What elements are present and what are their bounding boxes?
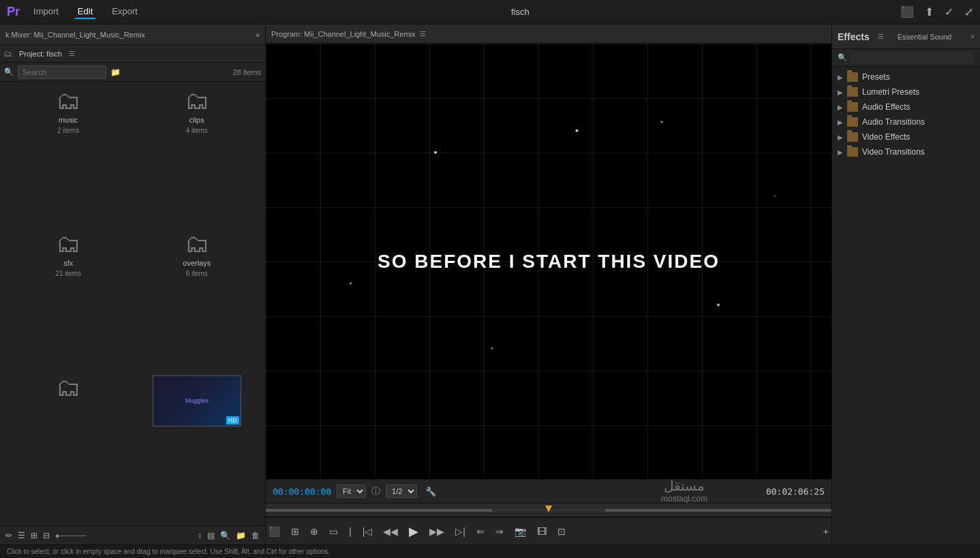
- timecode-out: 00:02:06:25: [766, 486, 825, 497]
- pencil-icon[interactable]: ✏: [5, 531, 12, 540]
- folder-audio-transitions-icon: [847, 117, 858, 127]
- step-back-button[interactable]: |◁: [360, 523, 376, 540]
- wrench-icon[interactable]: 🔧: [425, 486, 436, 497]
- new-folder-icon[interactable]: 📁: [110, 67, 121, 77]
- step-forward-button[interactable]: ▶▶: [427, 523, 447, 540]
- list-icon[interactable]: ☰: [18, 531, 25, 540]
- top-right-icons: ⬛ ⬆ ✓ ⤢: [900, 5, 973, 18]
- clip-mark-button[interactable]: ⊞: [288, 523, 302, 540]
- folder-sfx-count: 21 items: [55, 270, 81, 277]
- project-file-grid: 🗂 music 2 items 🗂 clips 4 items 🗂 sfx 21…: [0, 82, 265, 525]
- add-button[interactable]: +: [821, 523, 831, 540]
- group-icon[interactable]: ⊟: [43, 531, 50, 540]
- folder-sfx[interactable]: 🗂 sfx 21 items: [7, 232, 130, 369]
- app-logo: Pr: [7, 5, 20, 19]
- folder-music-label: music: [59, 116, 78, 124]
- status-text: Click to select, or click in empty space…: [7, 548, 330, 555]
- nav-export[interactable]: Export: [109, 5, 140, 19]
- essential-sound-tab[interactable]: Essential Sound: [898, 33, 952, 41]
- program-menu-icon[interactable]: ☰: [420, 30, 426, 37]
- left-panel-tabs: 🗂 Project: fisch ☰: [0, 45, 265, 63]
- video-controls-bar: 00:00:00:00 Fit ⓘ 1/2 🔧 00:02:06:25: [266, 479, 831, 503]
- effects-item-presets-label: Presets: [862, 72, 890, 82]
- effects-item-video-effects[interactable]: ▶ Video Effects: [832, 129, 980, 144]
- folder-music[interactable]: 🗂 music 2 items: [7, 89, 130, 226]
- main-layout: k Mixer: Mii_Channel_Light_Music_Remix »…: [0, 25, 980, 544]
- effects-menu-icon[interactable]: ☰: [878, 33, 884, 40]
- export-icon[interactable]: ⬆: [925, 5, 934, 18]
- thumb-badge: HD: [226, 416, 239, 424]
- shuttle-left-button[interactable]: ⇐: [474, 523, 487, 540]
- sort-icon[interactable]: ↕: [198, 531, 202, 540]
- effects-panel-header: Effects ☰ Essential Sound »: [832, 25, 980, 49]
- project-search-input[interactable]: [18, 65, 106, 79]
- play-button[interactable]: ▶: [406, 521, 421, 542]
- svg-point-7: [774, 196, 776, 197]
- chevron-video-transitions-icon: ▶: [838, 149, 843, 156]
- nav-import[interactable]: Import: [31, 5, 61, 19]
- new-bin-icon[interactable]: 📁: [236, 531, 246, 540]
- camera-button[interactable]: 📷: [512, 523, 529, 540]
- transport-bar: ⬛ ⊞ ⊕ ▭ | |◁ ◀◀ ▶ ▶▶ ▷| ⇐ ⇒ 📷 🎞 ⊡ +: [266, 517, 831, 544]
- effects-item-video-transitions[interactable]: ▶ Video Transitions: [832, 144, 980, 159]
- svg-marker-8: [545, 506, 552, 512]
- project-thumbnail[interactable]: Muggles HD: [136, 375, 259, 518]
- check-icon[interactable]: ✓: [945, 5, 953, 18]
- chevron-lumetri-icon: ▶: [838, 89, 843, 96]
- quality-select[interactable]: 1/2: [386, 484, 417, 498]
- skip-forward-button[interactable]: ▷|: [453, 523, 468, 540]
- svg-point-6: [491, 347, 493, 350]
- folder-extra-icon: 🗂: [56, 375, 80, 400]
- delete-icon[interactable]: 🗑: [251, 531, 260, 540]
- thumbnail-image: Muggles HD: [153, 375, 241, 427]
- slider-icon: ●─────: [55, 531, 87, 540]
- effects-item-lumetri[interactable]: ▶ Lumetri Presets: [832, 84, 980, 99]
- fullscreen-icon[interactable]: ⤢: [964, 5, 973, 18]
- folder-music-icon: 🗂: [56, 89, 80, 113]
- effects-list: ▶ Presets ▶ Lumetri Presets ▶ Audio Effe…: [832, 67, 980, 544]
- effects-title: Effects: [838, 31, 870, 42]
- folder-clips[interactable]: 🗂 clips 4 items: [136, 89, 259, 226]
- effects-item-presets[interactable]: ▶ Presets: [832, 69, 980, 84]
- expand-left-icon[interactable]: »: [256, 31, 260, 39]
- svg-point-2: [576, 129, 579, 132]
- project-tab[interactable]: Project: fisch: [19, 50, 62, 58]
- effects-search-input[interactable]: [850, 52, 975, 64]
- center-button[interactable]: ⊕: [307, 523, 321, 540]
- folder-video-transitions-icon: [847, 147, 858, 157]
- shuttle-right-button[interactable]: ⇒: [493, 523, 506, 540]
- effects-item-audio-transitions[interactable]: ▶ Audio Transitions: [832, 114, 980, 129]
- search2-icon[interactable]: 🔍: [220, 531, 230, 540]
- effects-search-bar: 🔍: [832, 49, 980, 67]
- effects-item-audio-transitions-label: Audio Transitions: [862, 117, 925, 127]
- program-scrubber[interactable]: [266, 503, 831, 517]
- project-menu-icon[interactable]: ☰: [69, 50, 75, 57]
- timecode-in: 00:00:00:00: [273, 486, 331, 497]
- project-file-icon: 🗂: [4, 49, 12, 59]
- fit-select[interactable]: Fit: [337, 484, 366, 498]
- folder-lumetri-icon: [847, 87, 858, 97]
- video-preview: SO BEFORE I START THIS VIDEO: [266, 44, 831, 479]
- panel-header-text: k Mixer: Mii_Channel_Light_Music_Remix: [5, 31, 145, 39]
- status-bar: Click to select, or click in empty space…: [0, 544, 980, 558]
- folder-sfx-icon: 🗂: [56, 232, 80, 256]
- safe-margins-button[interactable]: ▭: [326, 523, 341, 540]
- split-button[interactable]: |: [346, 523, 354, 540]
- expand-effects-icon[interactable]: »: [970, 33, 975, 40]
- compare-button[interactable]: ⊡: [555, 523, 568, 540]
- grid-icon[interactable]: ⊞: [31, 531, 37, 540]
- info-icon[interactable]: ⓘ: [371, 485, 380, 497]
- nav-edit[interactable]: Edit: [75, 5, 95, 19]
- filmstrip-button[interactable]: 🎞: [534, 523, 549, 540]
- skip-back-button[interactable]: ◀◀: [380, 523, 401, 540]
- svg-point-3: [661, 121, 663, 123]
- project-toolbar: 🔍 📁 28 items: [0, 63, 265, 82]
- chevron-audio-effects-icon: ▶: [838, 104, 843, 111]
- list-view-icon[interactable]: ▤: [207, 531, 215, 540]
- import-icon[interactable]: ⬛: [900, 5, 914, 18]
- center-panel: Program: Mii_Channel_Light_Music_Remix ☰: [266, 25, 831, 544]
- folder-overlays[interactable]: 🗂 overlays 6 items: [136, 232, 259, 369]
- mark-in-button[interactable]: ⬛: [266, 523, 283, 540]
- folder-extra[interactable]: 🗂: [7, 375, 130, 518]
- effects-item-audio-effects[interactable]: ▶ Audio Effects: [832, 99, 980, 114]
